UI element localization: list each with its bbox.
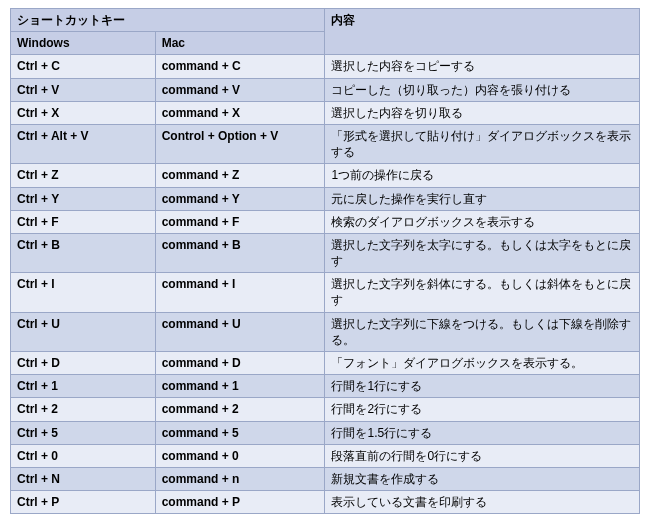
cell-windows: Ctrl + Z — [11, 164, 156, 187]
table-row: Ctrl + B command + B 選択した文字列を太字にする。もしくは太… — [11, 233, 640, 272]
cell-description: 新規文書を作成する — [325, 467, 640, 490]
cell-windows: Ctrl + F — [11, 210, 156, 233]
cell-windows: Ctrl + Y — [11, 187, 156, 210]
cell-mac: command + I — [155, 273, 325, 312]
cell-description: 選択した内容をコピーする — [325, 55, 640, 78]
cell-description: 行間を1行にする — [325, 375, 640, 398]
cell-mac: Control + Option + V — [155, 124, 325, 163]
table-row: Ctrl + Alt + V Control + Option + V 「形式を… — [11, 124, 640, 163]
cell-mac: command + B — [155, 233, 325, 272]
cell-windows: Ctrl + 2 — [11, 398, 156, 421]
table-row: Ctrl + 2 command + 2 行間を2行にする — [11, 398, 640, 421]
table-row: Ctrl + Z command + Z 1つ前の操作に戻る — [11, 164, 640, 187]
table-row: Ctrl + Y command + Y 元に戻した操作を実行し直す — [11, 187, 640, 210]
cell-mac: command + U — [155, 312, 325, 351]
cell-mac: command + 2 — [155, 398, 325, 421]
header-windows: Windows — [11, 32, 156, 55]
header-mac: Mac — [155, 32, 325, 55]
cell-mac: command + 0 — [155, 444, 325, 467]
cell-windows: Ctrl + B — [11, 233, 156, 272]
cell-mac: command + 5 — [155, 421, 325, 444]
cell-description: 「フォント」ダイアログボックスを表示する。 — [325, 352, 640, 375]
cell-description: 選択した内容を切り取る — [325, 101, 640, 124]
cell-description: 行間を1.5行にする — [325, 421, 640, 444]
header-description: 内容 — [325, 9, 640, 55]
table-row: Ctrl + 1 command + 1 行間を1行にする — [11, 375, 640, 398]
cell-windows: Ctrl + X — [11, 101, 156, 124]
table-row: Ctrl + D command + D 「フォント」ダイアログボックスを表示す… — [11, 352, 640, 375]
cell-description: 選択した文字列を斜体にする。もしくは斜体をもとに戻す — [325, 273, 640, 312]
cell-windows: Ctrl + P — [11, 491, 156, 514]
cell-description: 1つ前の操作に戻る — [325, 164, 640, 187]
table-row: Ctrl + P command + P 表示している文書を印刷する — [11, 491, 640, 514]
cell-windows: Ctrl + 1 — [11, 375, 156, 398]
cell-mac: command + 1 — [155, 375, 325, 398]
cell-windows: Ctrl + U — [11, 312, 156, 351]
cell-windows: Ctrl + C — [11, 55, 156, 78]
cell-description: 選択した文字列を太字にする。もしくは太字をもとに戻す — [325, 233, 640, 272]
cell-description: 元に戻した操作を実行し直す — [325, 187, 640, 210]
table-row: Ctrl + V command + V コピーした（切り取った）内容を張り付け… — [11, 78, 640, 101]
cell-windows: Ctrl + I — [11, 273, 156, 312]
table-header: ショートカットキー 内容 Windows Mac — [11, 9, 640, 55]
cell-windows: Ctrl + N — [11, 467, 156, 490]
cell-mac: command + D — [155, 352, 325, 375]
shortcut-table: ショートカットキー 内容 Windows Mac Ctrl + C comman… — [10, 8, 640, 514]
cell-mac: command + V — [155, 78, 325, 101]
cell-windows: Ctrl + V — [11, 78, 156, 101]
table-row: Ctrl + X command + X 選択した内容を切り取る — [11, 101, 640, 124]
cell-description: コピーした（切り取った）内容を張り付ける — [325, 78, 640, 101]
table-row: Ctrl + 0 command + 0 段落直前の行間を0行にする — [11, 444, 640, 467]
cell-windows: Ctrl + Alt + V — [11, 124, 156, 163]
cell-description: 行間を2行にする — [325, 398, 640, 421]
cell-description: 「形式を選択して貼り付け」ダイアログボックスを表示する — [325, 124, 640, 163]
cell-mac: command + X — [155, 101, 325, 124]
table-row: Ctrl + F command + F 検索のダイアログボックスを表示する — [11, 210, 640, 233]
cell-description: 選択した文字列に下線をつける。もしくは下線を削除する。 — [325, 312, 640, 351]
header-shortcut: ショートカットキー — [11, 9, 325, 32]
cell-mac: command + F — [155, 210, 325, 233]
cell-mac: command + C — [155, 55, 325, 78]
cell-windows: Ctrl + 0 — [11, 444, 156, 467]
cell-mac: command + Z — [155, 164, 325, 187]
cell-mac: command + P — [155, 491, 325, 514]
cell-windows: Ctrl + 5 — [11, 421, 156, 444]
table-body: Ctrl + C command + C 選択した内容をコピーする Ctrl +… — [11, 55, 640, 514]
cell-mac: command + n — [155, 467, 325, 490]
table-row: Ctrl + N command + n 新規文書を作成する — [11, 467, 640, 490]
cell-description: 検索のダイアログボックスを表示する — [325, 210, 640, 233]
cell-mac: command + Y — [155, 187, 325, 210]
table-row: Ctrl + U command + U 選択した文字列に下線をつける。もしくは… — [11, 312, 640, 351]
table-row: Ctrl + I command + I 選択した文字列を斜体にする。もしくは斜… — [11, 273, 640, 312]
cell-windows: Ctrl + D — [11, 352, 156, 375]
cell-description: 表示している文書を印刷する — [325, 491, 640, 514]
cell-description: 段落直前の行間を0行にする — [325, 444, 640, 467]
table-row: Ctrl + 5 command + 5 行間を1.5行にする — [11, 421, 640, 444]
table-row: Ctrl + C command + C 選択した内容をコピーする — [11, 55, 640, 78]
